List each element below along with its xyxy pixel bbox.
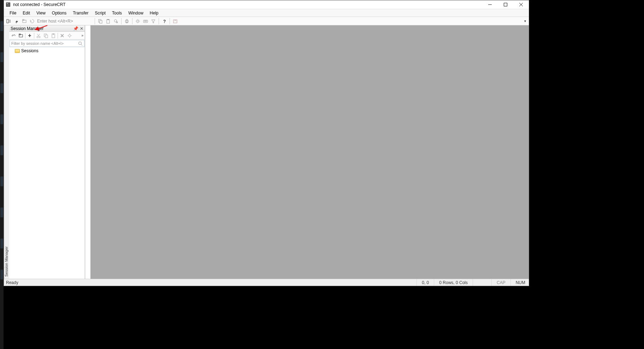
session-options-icon[interactable] [134, 18, 141, 25]
svg-point-55 [79, 42, 82, 44]
panel-close-icon[interactable]: ✕ [80, 26, 83, 31]
cut-icon[interactable] [35, 32, 42, 39]
keyboard-icon[interactable] [142, 18, 149, 25]
toolbar-separator [95, 18, 95, 24]
svg-line-29 [139, 22, 140, 23]
svg-rect-21 [126, 19, 128, 20]
copy-icon[interactable] [97, 18, 104, 25]
svg-rect-4 [504, 3, 507, 6]
status-cap: CAP [491, 279, 510, 286]
menu-transfer[interactable]: Transfer [70, 10, 91, 16]
filter-input[interactable] [11, 41, 78, 46]
panel-title: Session Manager [11, 26, 73, 31]
panel-separator [58, 33, 58, 38]
toolbar-expand-icon[interactable]: ▾ [522, 18, 527, 25]
terminal-workspace[interactable] [90, 25, 529, 279]
svg-rect-7 [7, 19, 8, 23]
close-button[interactable] [513, 0, 529, 9]
session-tree[interactable]: Sessions [9, 47, 85, 279]
delete-icon[interactable] [59, 32, 66, 39]
svg-point-41 [39, 36, 40, 38]
status-ready: Ready [6, 280, 416, 285]
svg-line-56 [81, 44, 83, 46]
panel-separator [34, 33, 34, 38]
minimize-button[interactable] [482, 0, 498, 9]
toolbar-separator [170, 18, 170, 24]
host-input[interactable] [36, 18, 93, 24]
connect-icon[interactable] [10, 32, 17, 39]
window-title: not connected - SecureCRT [13, 2, 482, 7]
title-bar[interactable]: not connected - SecureCRT [4, 0, 529, 9]
tree-root-item[interactable]: Sessions [11, 48, 83, 54]
svg-rect-16 [107, 19, 109, 20]
svg-rect-14 [100, 20, 102, 23]
securefx-icon[interactable] [172, 18, 179, 25]
status-bar: Ready 0, 0 0 Rows, 0 Cols CAP NUM [4, 279, 529, 286]
svg-line-30 [139, 20, 140, 20]
toolbar-separator [121, 18, 122, 24]
panel-separator [25, 33, 25, 38]
paste-icon[interactable] [105, 18, 112, 25]
menu-tools[interactable]: Tools [109, 10, 125, 16]
main-toolbar: ? ▾ [4, 17, 529, 25]
svg-text:?: ? [163, 19, 166, 24]
svg-rect-47 [53, 34, 54, 35]
panel-copy-icon[interactable] [42, 32, 49, 39]
toolbar-separator [159, 18, 159, 24]
panel-overflow-icon[interactable]: » [81, 34, 84, 37]
svg-point-50 [69, 35, 71, 37]
toolbar-separator [132, 18, 132, 24]
pin-icon[interactable]: 📌 [73, 26, 78, 31]
filter-icon[interactable] [150, 18, 157, 25]
panel-toolbar: + » [9, 32, 85, 40]
svg-rect-45 [45, 35, 48, 38]
menu-script[interactable]: Script [92, 10, 108, 16]
search-icon[interactable] [78, 41, 83, 46]
tree-item-label: Sessions [21, 48, 39, 53]
connect-in-tab-icon[interactable] [21, 18, 28, 25]
new-session-button[interactable]: + [26, 32, 33, 39]
folder-icon [15, 49, 20, 53]
session-manager-toggle-icon[interactable] [5, 18, 12, 25]
window-controls [482, 0, 529, 9]
open-in-tab-icon[interactable] [17, 32, 24, 39]
panel-header[interactable]: Session Manager 📌 ✕ [9, 25, 85, 32]
client-area: Session Manager Session Manager 📌 ✕ + [4, 25, 529, 279]
session-manager-panel: Session Manager 📌 ✕ + » [9, 25, 85, 279]
menu-edit[interactable]: Edit [20, 10, 33, 16]
menu-window[interactable]: Window [125, 10, 146, 16]
svg-point-40 [37, 36, 38, 38]
filter-row [10, 40, 84, 47]
status-coords: 0, 0 [416, 279, 434, 286]
maximize-button[interactable] [498, 0, 513, 9]
status-rows-cols: 0 Rows, 0 Cols [434, 279, 473, 286]
menu-bar: File Edit View Options Transfer Script T… [4, 9, 529, 17]
quick-connect-icon[interactable] [13, 18, 20, 25]
help-icon[interactable]: ? [161, 18, 168, 25]
menu-options[interactable]: Options [49, 10, 69, 16]
svg-line-31 [136, 22, 137, 23]
panel-paste-icon[interactable] [50, 32, 57, 39]
menu-file[interactable]: File [7, 10, 19, 16]
menu-view[interactable]: View [34, 10, 48, 16]
reconnect-icon[interactable] [29, 18, 36, 25]
status-spacer [473, 279, 491, 286]
svg-point-23 [137, 20, 139, 22]
status-num: NUM [510, 279, 527, 286]
menu-help[interactable]: Help [147, 10, 161, 16]
properties-icon[interactable] [66, 32, 73, 39]
session-manager-vertical-tab[interactable]: Session Manager [4, 25, 9, 279]
app-icon [5, 2, 11, 7]
main-window: not connected - SecureCRT File Edit View… [4, 0, 529, 286]
svg-rect-2 [7, 3, 8, 4]
svg-line-28 [136, 20, 137, 20]
print-icon[interactable] [123, 18, 130, 25]
find-icon[interactable] [112, 18, 119, 25]
left-taskbar-fragment [0, 0, 4, 349]
